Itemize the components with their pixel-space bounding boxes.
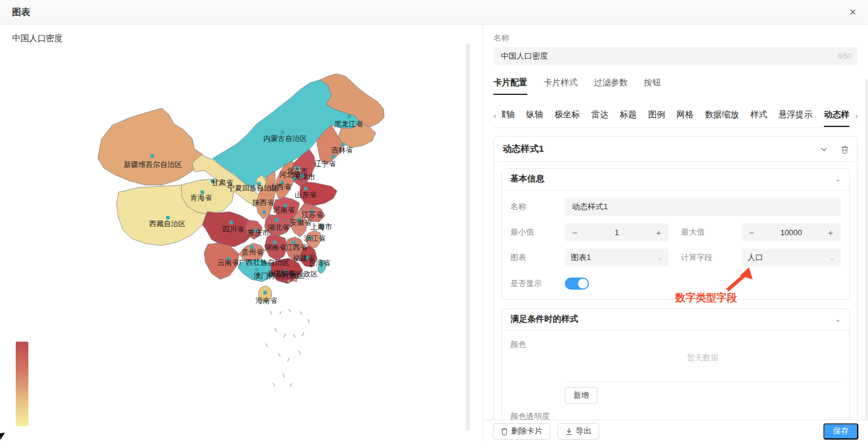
visible-label: 是否显示 — [510, 278, 565, 289]
tabs-scroll-left-icon[interactable]: ‹ — [493, 109, 502, 127]
empty-data-text: 暂无数据 — [565, 337, 841, 382]
map-point[interactable] — [230, 221, 233, 224]
map-region[interactable] — [98, 108, 202, 185]
collapse-chevron-icon[interactable] — [820, 146, 828, 153]
island-mark — [273, 383, 275, 386]
map-point[interactable] — [262, 210, 266, 214]
map-point[interactable] — [347, 115, 351, 119]
map-label: 澳门特别行政区 — [254, 271, 304, 280]
map-label: 新疆维吾尔自治区 — [124, 160, 182, 169]
tab-2[interactable]: 卡片样式 — [544, 77, 577, 95]
sub-tab-5[interactable]: 标题 — [620, 109, 637, 127]
map-region[interactable] — [288, 280, 290, 282]
name-field-label: 名称 — [493, 33, 858, 44]
tab-1[interactable]: 卡片配置 — [493, 77, 527, 95]
close-icon[interactable]: × — [849, 6, 856, 18]
map-point[interactable] — [275, 218, 278, 222]
island-mark — [302, 333, 304, 336]
map-point[interactable] — [263, 291, 267, 294]
sub-tab-7[interactable]: 网格 — [677, 109, 693, 127]
preview-scrollbar[interactable] — [466, 44, 470, 431]
calc-field-label: 计算字段 — [681, 252, 741, 263]
export-button[interactable]: 导出 — [558, 423, 599, 440]
trash-icon — [501, 427, 508, 435]
config-panel: 名称 6/50 卡片配置卡片样式过滤参数按钮 ‹ 横轴纵轴极坐标雷达标题图例网格… — [483, 25, 868, 442]
map-label: 江西省 — [286, 243, 307, 252]
delete-style-icon[interactable] — [841, 145, 849, 154]
island-mark — [290, 383, 292, 387]
chart-select[interactable]: 图表1 ⌄ — [565, 249, 669, 267]
island-mark — [300, 311, 302, 315]
max-stepper: − 10000 + — [741, 223, 841, 241]
map-label: 山东省 — [295, 190, 317, 199]
sub-tab-1[interactable]: 横轴 — [502, 109, 515, 127]
style-name-label: 名称 — [510, 201, 565, 212]
sub-tab-10[interactable]: 悬浮提示 — [779, 109, 812, 127]
map-label: 内蒙古自治区 — [263, 134, 307, 143]
map-label: 天津市 — [294, 173, 315, 181]
map-label: 西藏自治区 — [149, 219, 185, 228]
min-increment-button[interactable]: + — [648, 227, 669, 238]
map-label: 广西壮族自治区 — [239, 258, 289, 267]
island-mark — [275, 328, 277, 332]
mouse-cursor — [0, 432, 6, 440]
chart-select-caret-icon: ⌄ — [657, 254, 663, 262]
max-decrement-button[interactable]: − — [741, 227, 762, 238]
name-input[interactable] — [493, 47, 858, 65]
condition-style-chevron-icon[interactable]: ⌄ — [835, 315, 841, 323]
map-label: 黑龙江省 — [334, 120, 363, 128]
tab-3[interactable]: 过滤参数 — [594, 77, 628, 95]
china-map[interactable]: 新疆维吾尔自治区西藏自治区青海省甘肃省内蒙古自治区黑龙江省吉林省辽宁省河北省山西… — [0, 25, 483, 442]
dynamic-style-card: 动态样式1 基本信息 ⌄ 名称 动态样式1 — [493, 136, 858, 423]
primary-tabs: 卡片配置卡片样式过滤参数按钮 — [493, 77, 858, 95]
style-name-input[interactable]: 动态样式1 — [565, 198, 841, 216]
sub-tab-4[interactable]: 雷达 — [591, 109, 608, 127]
add-color-button[interactable]: 新增 — [565, 387, 597, 404]
delete-card-button[interactable]: 删除卡片 — [493, 423, 550, 440]
map-label: 湖南省 — [265, 243, 286, 252]
basic-info-title: 基本信息 — [510, 174, 835, 184]
map-label: 海南省 — [256, 296, 277, 305]
island-mark — [294, 334, 295, 337]
map-point[interactable] — [150, 154, 154, 158]
sub-tab-11[interactable]: 动态样式 — [824, 109, 849, 127]
sub-tab-6[interactable]: 图例 — [648, 109, 665, 127]
map-label: 江苏省 — [301, 210, 323, 219]
tabs-scroll-right-icon[interactable]: › — [849, 109, 858, 127]
basic-info-chevron-icon[interactable]: ⌄ — [835, 175, 841, 183]
min-decrement-button[interactable]: − — [565, 227, 585, 238]
island-mark — [270, 311, 272, 314]
dynamic-style-title: 动态样式1 — [503, 143, 807, 155]
sub-tab-2[interactable]: 纵轴 — [526, 109, 543, 127]
map-point[interactable] — [332, 155, 335, 158]
sub-tab-3[interactable]: 极坐标 — [555, 109, 580, 127]
chart-preview-panel: 中国人口密度 新疆维吾尔自治区西藏自治区青海省甘肃省内蒙古自治区黑龙江省吉林省辽… — [0, 25, 483, 442]
max-value[interactable]: 10000 — [762, 228, 820, 237]
island-mark — [299, 351, 300, 354]
tab-4[interactable]: 按钮 — [644, 77, 661, 95]
map-label: 台湾省 — [309, 259, 330, 267]
min-stepper: − 1 + — [565, 223, 669, 241]
dialog-header: 图表 × — [0, 0, 868, 25]
config-scrollbar[interactable] — [865, 79, 868, 442]
island-mark — [288, 358, 289, 362]
calc-field-select[interactable]: 人口 ⌄ — [741, 249, 841, 267]
map-label: 辽宁省 — [314, 160, 336, 168]
footer-bar: 删除卡片 导出 保存 — [483, 420, 868, 442]
basic-info-section: 基本信息 ⌄ 名称 动态样式1 最小值 − 1 + — [501, 168, 850, 300]
map-label: 吉林省 — [331, 146, 353, 154]
min-label: 最小值 — [510, 227, 565, 238]
min-value[interactable]: 1 — [585, 228, 648, 237]
map-label: 青海省 — [190, 193, 212, 202]
sub-tab-8[interactable]: 数据缩放 — [705, 109, 739, 127]
max-increment-button[interactable]: + — [820, 227, 841, 238]
color-legend — [16, 342, 28, 426]
visible-toggle[interactable] — [565, 278, 589, 290]
sub-tabs-bar: ‹ 横轴纵轴极坐标雷达标题图例网格数据缩放样式悬浮提示动态样式 › — [493, 109, 858, 128]
map-label: 陕西省 — [252, 198, 274, 207]
island-mark — [278, 353, 280, 357]
map-label: 河南省 — [273, 206, 295, 214]
sub-tab-9[interactable]: 样式 — [750, 109, 767, 127]
char-counter: 6/50 — [838, 52, 852, 60]
save-button[interactable]: 保存 — [823, 423, 858, 440]
